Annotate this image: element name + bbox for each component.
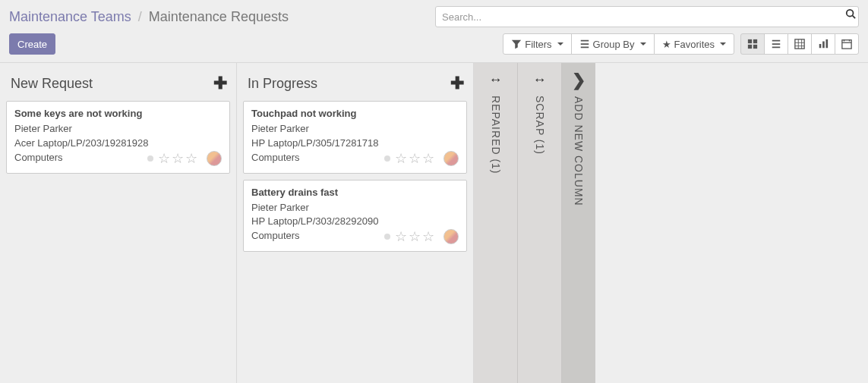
caret-down-icon [557, 42, 563, 46]
filter-group: Filters Group By ★ Favorites [503, 33, 734, 55]
expand-icon: ↔ [489, 72, 503, 88]
breadcrumb-parent[interactable]: Maintenance Teams [9, 9, 131, 24]
chevron-right-icon: ❯ [572, 71, 586, 90]
favorites-button[interactable]: ★ Favorites [654, 33, 734, 55]
add-card-icon[interactable]: ✚ [450, 74, 464, 93]
status-dot[interactable] [147, 155, 153, 162]
pivot-view-button[interactable] [788, 33, 812, 55]
kanban-icon [747, 39, 758, 49]
breadcrumb: Maintenance Teams / Maintenance Requests [9, 9, 289, 25]
star-icon: ☆ [409, 228, 421, 245]
add-column-button[interactable]: ❯ ADD NEW COLUMN [562, 63, 595, 383]
card-asset: Acer Laptop/LP/203/19281928 [14, 137, 222, 151]
kanban-card[interactable]: Battery drains fast Pieter Parker HP Lap… [243, 180, 467, 253]
calendar-view-button[interactable] [835, 33, 859, 55]
kanban-column-new-request: New Request ✚ Some keys are not working … [0, 63, 237, 383]
card-asset: HP Laptop/LP/305/17281718 [251, 137, 459, 151]
filters-label: Filters [525, 39, 551, 50]
create-button[interactable]: Create [9, 33, 55, 55]
svg-rect-4 [748, 45, 752, 49]
column-title: In Progress [248, 76, 317, 92]
filters-button[interactable]: Filters [503, 33, 571, 55]
star-icon: ★ [662, 39, 671, 50]
card-person: Pieter Parker [251, 122, 459, 137]
groupby-button[interactable]: Group By [571, 33, 655, 55]
kanban-card[interactable]: Some keys are not working Pieter Parker … [6, 101, 230, 174]
view-switcher [740, 33, 859, 55]
list-icon [579, 39, 590, 49]
status-dot[interactable] [384, 155, 390, 162]
search-input[interactable] [435, 6, 859, 27]
caret-down-icon [640, 42, 646, 46]
board-empty-space [595, 63, 868, 383]
card-title: Battery drains fast [251, 187, 459, 198]
add-card-icon[interactable]: ✚ [213, 74, 227, 93]
svg-point-0 [847, 10, 854, 17]
star-icon: ☆ [409, 150, 421, 167]
star-icon: ☆ [422, 150, 434, 167]
status-dot[interactable] [384, 234, 390, 240]
card-person: Pieter Parker [14, 122, 222, 137]
groupby-label: Group By [593, 39, 635, 50]
avatar[interactable] [443, 151, 459, 166]
card-person: Pieter Parker [251, 201, 459, 215]
svg-rect-8 [822, 42, 825, 49]
svg-rect-10 [842, 40, 851, 49]
filter-icon [511, 39, 522, 49]
svg-rect-3 [753, 39, 757, 43]
svg-line-1 [853, 16, 856, 19]
expand-icon: ↔ [533, 72, 547, 88]
list-view-button[interactable] [764, 33, 788, 55]
table-icon [794, 39, 805, 49]
favorites-label: Favorites [674, 39, 715, 50]
calendar-icon [841, 39, 852, 49]
list-icon [771, 39, 781, 49]
star-icon: ☆ [172, 150, 184, 167]
card-title: Touchpad not working [251, 108, 459, 119]
svg-rect-6 [795, 39, 804, 49]
kanban-column-folded-scrap[interactable]: ↔ SCRAP (1) [518, 63, 562, 383]
avatar[interactable] [207, 151, 222, 166]
svg-rect-2 [748, 39, 752, 43]
star-icon: ☆ [395, 150, 407, 167]
svg-rect-9 [826, 39, 829, 48]
priority-stars[interactable]: ☆ ☆ ☆ [158, 150, 197, 167]
graph-view-button[interactable] [811, 33, 835, 55]
add-column-label: ADD NEW COLUMN [573, 96, 585, 206]
breadcrumb-sep: / [138, 9, 142, 24]
bar-chart-icon [818, 39, 829, 49]
kanban-column-folded-repaired[interactable]: ↔ REPAIRED (1) [474, 63, 518, 383]
priority-stars[interactable]: ☆ ☆ ☆ [395, 150, 434, 167]
search-icon[interactable] [845, 8, 856, 21]
card-asset: HP Laptop/LP/303/28292090 [251, 215, 459, 229]
breadcrumb-current: Maintenance Requests [149, 9, 289, 24]
svg-rect-7 [819, 44, 822, 48]
star-icon: ☆ [422, 228, 434, 245]
kanban-view-button[interactable] [740, 33, 765, 55]
folded-column-label: REPAIRED (1) [490, 96, 502, 174]
column-title: New Request [11, 76, 93, 92]
star-icon: ☆ [185, 150, 197, 167]
kanban-column-in-progress: In Progress ✚ Touchpad not working Piete… [237, 63, 474, 383]
kanban-board: New Request ✚ Some keys are not working … [0, 63, 868, 383]
caret-down-icon [720, 42, 726, 46]
star-icon: ☆ [395, 228, 407, 245]
avatar[interactable] [443, 229, 459, 244]
kanban-card[interactable]: Touchpad not working Pieter Parker HP La… [243, 101, 467, 174]
svg-rect-5 [753, 45, 757, 49]
card-title: Some keys are not working [14, 108, 222, 119]
priority-stars[interactable]: ☆ ☆ ☆ [395, 228, 434, 245]
star-icon: ☆ [158, 150, 170, 167]
folded-column-label: SCRAP (1) [534, 96, 546, 155]
